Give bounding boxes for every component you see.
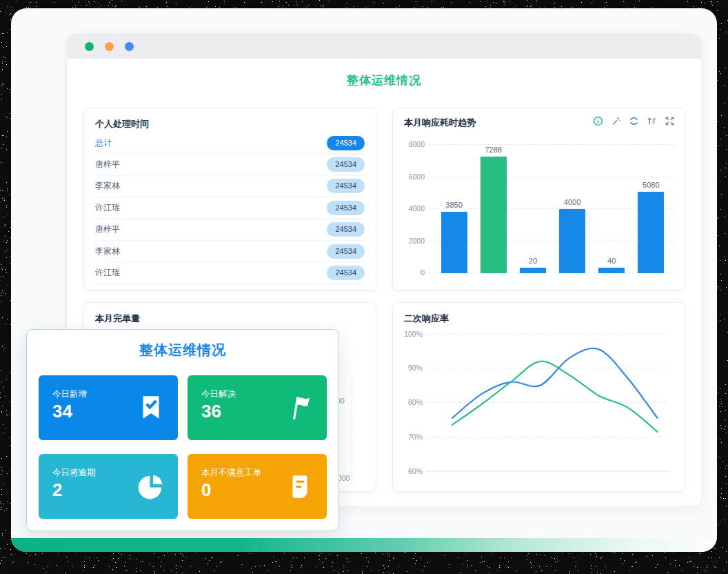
panel-title: 本月完单量 xyxy=(95,313,365,325)
traffic-light-blue[interactable] xyxy=(125,42,134,51)
page-canvas: 整体运维情况 个人处理时间 总计24534唐梓平24534李家林24534许江瑶… xyxy=(11,8,717,552)
value-badge: 24534 xyxy=(327,201,365,215)
y-axis-label: 6000 xyxy=(401,172,425,181)
bar-value-label: 7288 xyxy=(472,146,515,154)
gridline-fragment xyxy=(352,377,352,484)
panel-second-response-rate: 二次响应率 60%70%80%90%100% xyxy=(392,302,685,492)
bar: 3850 xyxy=(441,212,467,274)
chart-toolbar xyxy=(593,116,675,126)
value-badge: 24534 xyxy=(327,266,365,280)
bar-value-label: 3850 xyxy=(433,201,476,209)
y-axis-label: 4000 xyxy=(401,204,425,212)
flag-icon xyxy=(285,393,314,422)
info-circle-icon[interactable] xyxy=(593,116,603,126)
bar: 4000 xyxy=(559,209,585,273)
y-axis-label: 2000 xyxy=(401,237,425,245)
panel-title: 个人处理时间 xyxy=(95,118,365,130)
list-item: 许江瑶24534 xyxy=(95,197,365,219)
list-item: 李家林24534 xyxy=(95,241,365,262)
y-axis-label: 90% xyxy=(408,364,423,372)
bar-value-label: 5080 xyxy=(629,181,672,189)
bar-value-label: 40 xyxy=(590,257,633,265)
bar-value-label: 4000 xyxy=(551,198,594,206)
list-item: 许江瑶24534 xyxy=(95,262,365,284)
stat-tile-due-today[interactable]: 今日将逾期 2 xyxy=(39,454,178,519)
window-titlebar xyxy=(67,34,701,59)
list-item: 唐梓平24534 xyxy=(95,154,365,175)
y-axis-label: 80% xyxy=(408,398,423,406)
response-trend-bar-chart: 0200040006000800038507288204000405080 xyxy=(401,135,676,273)
traffic-light-orange[interactable] xyxy=(105,42,114,51)
person-name: 总计 xyxy=(95,137,112,149)
person-name: 李家林 xyxy=(95,180,120,192)
fullscreen-icon[interactable] xyxy=(665,116,675,126)
person-name: 许江瑶 xyxy=(95,267,120,279)
page-title: 整体运维情况 xyxy=(67,72,701,88)
stat-tiles: 今日新增 34 今日解决 36 今日将逾期 2 xyxy=(39,375,327,519)
list-item: 唐梓平24534 xyxy=(95,219,365,241)
stat-tile-new-today[interactable]: 今日新增 34 xyxy=(39,375,178,440)
y-axis-label: 100% xyxy=(404,330,423,338)
overlay-title: 整体运维情况 xyxy=(27,341,338,359)
value-badge: 24534 xyxy=(327,136,365,150)
second-response-line-chart: 60%70%80%90%100% xyxy=(398,318,669,477)
stat-tile-unsatisfied-tickets[interactable]: 本月不满意工单 0 xyxy=(188,454,327,519)
person-name: 唐梓平 xyxy=(95,224,120,235)
magic-wand-icon[interactable] xyxy=(611,116,621,126)
traffic-light-green[interactable] xyxy=(85,42,94,51)
bar: 5080 xyxy=(638,192,664,273)
personal-time-list: 总计24534唐梓平24534李家林24534许江瑶24534唐梓平24534李… xyxy=(95,132,365,284)
person-name: 许江瑶 xyxy=(95,202,120,214)
overlay-summary-card: 整体运维情况 今日新增 34 今日解决 36 今日将逾期 xyxy=(26,329,339,531)
list-item: 总计24534 xyxy=(95,132,365,154)
value-badge: 24534 xyxy=(327,157,365,172)
bar: 7288 xyxy=(481,157,507,273)
bookmark-check-icon xyxy=(136,393,165,422)
stat-tile-solved-today[interactable]: 今日解决 36 xyxy=(188,375,327,440)
y-axis-label: 70% xyxy=(408,433,423,441)
bottom-accent-bar xyxy=(11,538,717,552)
panel-personal-processing-time: 个人处理时间 总计24534唐梓平24534李家林24534许江瑶24534唐梓… xyxy=(83,108,376,290)
bar-series: 38507288204000405080 xyxy=(434,135,671,273)
value-badge: 24534 xyxy=(327,179,365,193)
value-badge: 24534 xyxy=(327,222,365,237)
bar: 40 xyxy=(598,268,625,273)
y-axis-label: 0 xyxy=(401,268,425,277)
person-name: 唐梓平 xyxy=(95,159,120,170)
document-icon xyxy=(285,472,314,501)
list-item: 李家林24534 xyxy=(95,176,365,197)
sort-ascending-icon[interactable] xyxy=(647,116,657,126)
y-axis-label: 60% xyxy=(408,467,423,475)
refresh-icon[interactable] xyxy=(629,116,639,126)
pie-chart-icon xyxy=(136,472,165,501)
bar-value-label: 20 xyxy=(512,257,554,265)
person-name: 李家林 xyxy=(95,246,120,257)
panel-response-trend: 本月响应耗时趋势 xyxy=(392,108,685,290)
bar: 20 xyxy=(520,268,546,273)
y-axis-label: 8000 xyxy=(401,140,425,148)
value-badge: 24534 xyxy=(327,244,365,259)
